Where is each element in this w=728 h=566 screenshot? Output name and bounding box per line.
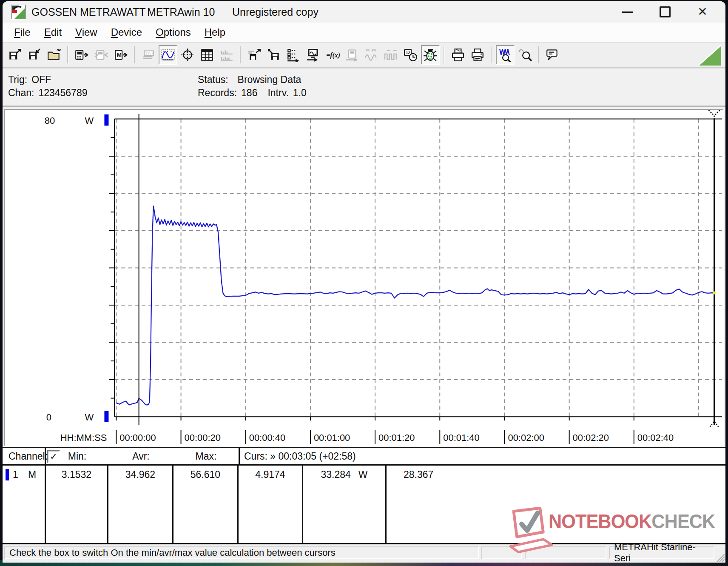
toolbar-analog-waves-button[interactable] [362, 45, 381, 65]
cursor-table: Channel: ✓ Min: Avr: Max: Curs: » 00:03:… [3, 447, 725, 544]
status-label: Status: [198, 74, 228, 85]
toolbar-separator [67, 46, 68, 63]
menu-item-device[interactable]: Device [105, 25, 148, 40]
toolbar-meter-read-button[interactable] [72, 45, 91, 65]
statusbar-panel-3 [525, 546, 606, 559]
svg-text:M: M [117, 51, 122, 58]
histogram-view-icon [219, 48, 234, 62]
cursor-delta-value: 28.367 [387, 466, 725, 543]
toolbar-scope-view-button[interactable] [178, 45, 197, 65]
wave-chart-icon [161, 48, 175, 62]
toolbar-monitor-wave-button[interactable] [304, 45, 322, 65]
power-chart-svg: 00:00:0000:00:2000:00:4000:01:0000:01:20… [5, 110, 723, 445]
toolbar-annotation-button[interactable] [543, 45, 562, 65]
trig-label: Trig: [8, 74, 27, 85]
cursor-header: Curs: » 00:03:05 (+02:58) [239, 448, 725, 464]
save-transfer-icon [247, 48, 262, 62]
cursor-table-header: Channel: ✓ Min: Avr: Max: Curs: » 00:03:… [3, 448, 725, 466]
records-label: Records: [198, 87, 237, 98]
toolbar-separator [538, 46, 539, 63]
metrawin-window: GOSSEN METRAWATT METRAwin 10 Unregistere… [3, 1, 725, 563]
annotation-icon [545, 48, 560, 62]
print-preview-icon [451, 48, 465, 62]
cursor2-value: 33.284 [321, 469, 350, 480]
toolbar-step-list-button[interactable] [284, 45, 303, 65]
resize-grip[interactable] [714, 552, 725, 562]
toolbar-disk-import-button[interactable] [264, 45, 283, 65]
toolbar-meter-disconnect-button[interactable] [92, 45, 111, 65]
toolbar-pulse-waves-button[interactable] [382, 45, 401, 65]
chart-canvas[interactable]: 00:00:0000:00:2000:00:4000:01:0000:01:20… [4, 109, 724, 446]
acquisition-info-panel: Trig:OFF Chan:123456789 Status:Browsing … [3, 68, 725, 107]
title-bar: GOSSEN METRAWATT METRAwin 10 Unregistere… [3, 1, 725, 23]
toolbar-memory-read-button[interactable]: M [111, 45, 130, 65]
toolbar-meter-config-button[interactable] [343, 45, 361, 65]
green-triangle-indicator [698, 45, 721, 66]
toolbar-save-import-button[interactable] [25, 45, 44, 65]
x-tick-label: 00:02:20 [573, 432, 609, 443]
multi-display-icon: 1257 [141, 48, 156, 62]
pulse-waves-icon [384, 48, 398, 62]
minimize-button[interactable] [609, 1, 646, 23]
toolbar-separator [444, 46, 445, 63]
toolbar-formula-fx-button[interactable]: =f(x) [323, 45, 342, 65]
step-list-icon [286, 48, 301, 62]
menu-item-file[interactable]: File [9, 25, 36, 40]
meter-config-icon [345, 48, 359, 62]
screen: GOSSEN METRAWATT METRAwin 10 Unregistere… [0, 0, 728, 566]
close-icon: ✕ [697, 6, 707, 18]
toolbar-separator [134, 46, 135, 63]
channel1-bottom-marker [104, 411, 108, 422]
menu-item-edit[interactable]: Edit [39, 25, 67, 40]
close-button[interactable]: ✕ [684, 1, 721, 23]
status-bar: Check the box to switch On the min/avr/m… [3, 544, 725, 563]
toolbar-save-transfer-button[interactable] [245, 45, 264, 65]
minavrmax-checkbox[interactable]: ✓ [47, 450, 60, 463]
cursor-table-row: 1 M 3.1532 34.962 56.610 4.9174 33.284W … [3, 466, 725, 543]
x-tick-label: 00:00:00 [119, 432, 156, 443]
toolbar-open-file-button[interactable] [45, 45, 63, 65]
toolbar-wave-chart-button[interactable] [159, 45, 177, 65]
chan-value: 123456789 [38, 87, 87, 98]
avr-header: Avr: [108, 451, 173, 462]
svg-text:=f(x): =f(x) [326, 51, 340, 59]
maximize-button[interactable] [646, 1, 684, 23]
toolbar-separator [491, 46, 492, 63]
scope-view-icon [180, 48, 195, 62]
toolbar-save-export-button[interactable] [6, 45, 24, 65]
disk-import-icon [267, 48, 281, 62]
channel1-top-marker [104, 114, 108, 126]
channel-cell: 1 M [3, 466, 46, 543]
statusbar-panel-2 [481, 546, 522, 559]
interval-value: 1.0 [293, 87, 307, 98]
app-title: GOSSEN METRAWATT [31, 6, 146, 18]
x-tick-label: 00:00:20 [185, 432, 221, 443]
toolbar-print-preview-button[interactable] [449, 45, 467, 65]
statusbar-message: Check the box to switch On the min/avr/m… [9, 547, 336, 558]
x-tick-label: 00:01:20 [378, 432, 415, 443]
menu-item-options[interactable]: Options [150, 25, 196, 40]
power-trace [116, 206, 715, 405]
zoom-out-icon [518, 48, 532, 62]
toolbar-bug-monitor-button[interactable] [421, 45, 440, 65]
toolbar-histogram-view-button[interactable] [217, 45, 236, 65]
toolbar-multi-display-button[interactable]: 1257 [139, 45, 158, 65]
product-title: METRAwin 10 [147, 6, 215, 18]
menu-item-view[interactable]: View [70, 25, 103, 40]
toolbar-data-table-view-button[interactable] [198, 45, 216, 65]
toolbar-clock-schedule-button[interactable]: 12 [401, 45, 420, 65]
app-logo-icon [11, 5, 26, 19]
cursor2-value-cell: 33.284W [303, 466, 387, 543]
cursor2-intersection-dot [713, 292, 716, 294]
menu-bar: FileEditViewDeviceOptionsHelp [3, 23, 725, 42]
avr-value: 34.962 [108, 466, 173, 543]
max-header: Max: [173, 451, 239, 462]
interval-label: Intrv. [267, 87, 288, 98]
toolbar-zoom-out-button[interactable] [515, 45, 534, 65]
toolbar-zoom-signal-button[interactable] [496, 45, 515, 65]
toolbar-separator [240, 46, 241, 63]
checkmark-icon: ✓ [50, 452, 57, 462]
menu-item-help[interactable]: Help [199, 25, 231, 40]
records-value: 186 [241, 87, 257, 98]
toolbar-print-button[interactable] [468, 45, 487, 65]
